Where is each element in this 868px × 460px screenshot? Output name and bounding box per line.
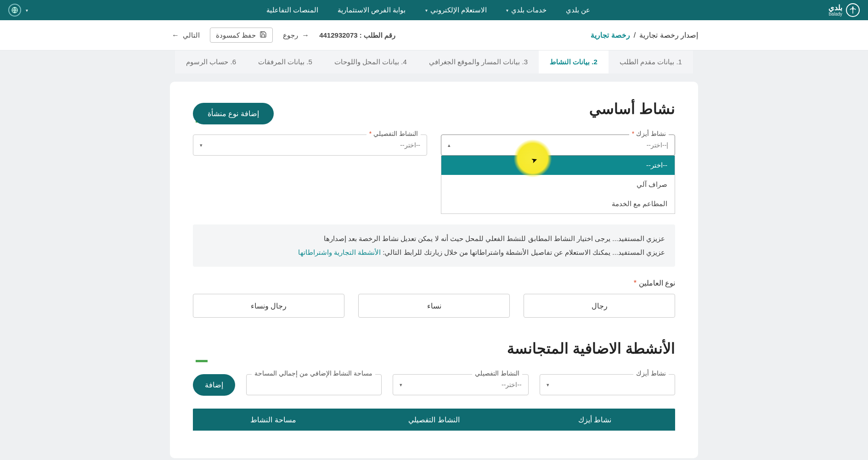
breadcrumb-current: رخصة تجارية bbox=[591, 31, 630, 39]
th-detail: النشاط التفصيلي bbox=[354, 415, 514, 424]
additional-table-header: نشاط أيزك النشاط التفصيلي مساحة النشاط bbox=[193, 409, 675, 431]
info-line-1: عزيزي المستفيد... يرجى اختيار النشاط الم… bbox=[203, 232, 665, 246]
add-facility-type-button[interactable]: إضافة نوع منشأة bbox=[193, 103, 274, 124]
language-icon[interactable] bbox=[8, 4, 21, 17]
dropdown-option-atm[interactable]: صراف آلي bbox=[441, 175, 675, 194]
nav-platforms[interactable]: المنصات التفاعلية bbox=[266, 6, 318, 14]
brand-name: بلدي bbox=[829, 4, 842, 11]
main-card: نشاط أساسي إضافة نوع منشأة نشاط أيزك * |… bbox=[170, 82, 698, 458]
tab-applicant[interactable]: 1. بيانات مقدم الطلب bbox=[609, 50, 693, 73]
save-icon bbox=[259, 31, 267, 39]
dropdown-option-restaurants[interactable]: المطاعم مع الخدمة bbox=[441, 194, 675, 213]
arrow-right-icon: → bbox=[302, 31, 309, 39]
brand-sub: balady bbox=[829, 11, 842, 17]
additional-detail-label: النشاط التفصيلي bbox=[472, 370, 522, 377]
breadcrumb-root[interactable]: إصدار رخصة تجارية bbox=[639, 31, 698, 39]
tab-attachments[interactable]: 5. بيانات المرفقات bbox=[247, 50, 323, 73]
isic-activity-select[interactable]: |--اختر-- ▴ bbox=[441, 135, 675, 156]
additional-area-label: مساحة النشاط الإضافي من إجمالي المساحة bbox=[252, 370, 375, 377]
workers-type-label: نوع العاملين * bbox=[193, 279, 675, 287]
palm-icon bbox=[846, 3, 860, 17]
tab-location[interactable]: 3. بيانات المسار والموقع الجغرافي bbox=[418, 50, 539, 73]
additional-detail-select[interactable]: --اختر-- ▾ bbox=[393, 374, 528, 395]
additional-isic-select[interactable]: ▾ bbox=[540, 374, 675, 395]
save-draft-button[interactable]: حفظ كمسودة bbox=[210, 28, 273, 43]
chevron-down-icon: ▾ bbox=[425, 8, 428, 13]
additional-area-input[interactable] bbox=[246, 374, 382, 395]
chevron-down-icon: ▾ bbox=[506, 8, 508, 13]
title-accent bbox=[196, 360, 208, 362]
nav-investment[interactable]: بوابة الفرص الاستثمارية bbox=[338, 6, 406, 14]
workers-option-men[interactable]: رجال bbox=[524, 294, 675, 318]
detailed-activity-select[interactable]: --اختر-- ▾ bbox=[193, 135, 427, 156]
request-number: رقم الطلب : 4412932073 bbox=[319, 31, 395, 39]
back-button[interactable]: رجوع → bbox=[281, 29, 311, 41]
th-isic: نشاط أيزك bbox=[514, 415, 675, 424]
chevron-up-icon: ▴ bbox=[448, 142, 451, 148]
workers-option-both[interactable]: رجال ونساء bbox=[193, 294, 344, 318]
isic-activity-label: نشاط أيزك * bbox=[629, 130, 669, 137]
workers-option-women[interactable]: نساء bbox=[358, 294, 510, 318]
top-nav-links: عن بلدي خدمات بلدي▾ الاستعلام الإلكتروني… bbox=[266, 6, 590, 14]
nav-about[interactable]: عن بلدي bbox=[566, 6, 590, 14]
wizard-tabs: 1. بيانات مقدم الطلب 2. بيانات النشاط 3.… bbox=[0, 50, 868, 73]
nav-services[interactable]: خدمات بلدي▾ bbox=[506, 6, 547, 14]
breadcrumb: إصدار رخصة تجارية / رخصة تجارية bbox=[591, 31, 698, 39]
arrow-left-icon: ← bbox=[172, 31, 179, 39]
dropdown-option-choose[interactable]: --اختر-- bbox=[441, 156, 675, 175]
top-navbar: بلدي balady عن بلدي خدمات بلدي▾ الاستعلا… bbox=[0, 0, 868, 20]
page-subheader: إصدار رخصة تجارية / رخصة تجارية ← التالي… bbox=[0, 20, 868, 50]
brand-logo[interactable]: بلدي balady bbox=[829, 3, 860, 17]
isic-activity-dropdown: --اختر-- صراف آلي المطاعم مع الخدمة bbox=[441, 156, 675, 214]
section-additional-title: الأنشطة الاضافية المتجانسة bbox=[193, 340, 675, 357]
info-box: عزيزي المستفيد... يرجى اختيار النشاط الم… bbox=[193, 224, 675, 267]
chevron-down-icon: ▾ bbox=[200, 142, 203, 148]
chevron-down-icon[interactable]: ▾ bbox=[26, 8, 28, 13]
tab-activity[interactable]: 2. بيانات النشاط bbox=[539, 50, 609, 73]
chevron-down-icon: ▾ bbox=[400, 382, 402, 388]
tab-fees[interactable]: 6. حساب الرسوم bbox=[175, 50, 247, 73]
tab-shop-boards[interactable]: 4. بيانات المحل واللوحات bbox=[323, 50, 418, 73]
th-area: مساحة النشاط bbox=[193, 415, 354, 424]
info-line-2: عزيزي المستفيد... يمكنك الاستعلام عن تفا… bbox=[203, 246, 665, 259]
next-button[interactable]: ← التالي bbox=[170, 29, 202, 41]
activities-conditions-link[interactable]: الأنشطة التجارية واشتراطاتها bbox=[298, 248, 381, 256]
detailed-activity-label: النشاط التفصيلي * bbox=[366, 130, 421, 137]
add-additional-activity-button[interactable]: إضافة bbox=[193, 374, 235, 396]
chevron-down-icon: ▾ bbox=[547, 382, 549, 388]
additional-isic-label: نشاط أيزك bbox=[633, 370, 669, 377]
nav-einquiry[interactable]: الاستعلام الإلكتروني▾ bbox=[425, 6, 487, 14]
